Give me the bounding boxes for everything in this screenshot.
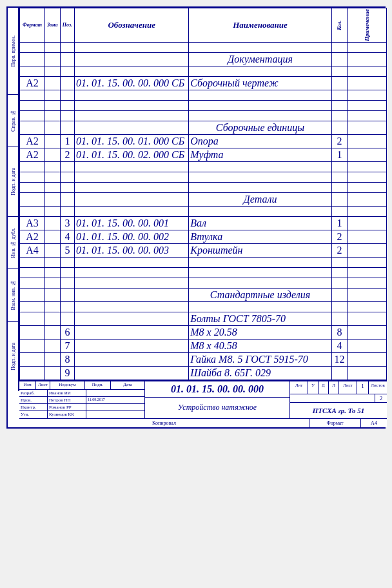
table-row [20, 301, 387, 312]
list-label: Лист [339, 381, 357, 394]
table-row-vtulka: А2 4 01. 01. 15. 00. 00. 002 Втулка 2 [20, 230, 387, 243]
list-num: 1 [357, 381, 369, 394]
listov-label: Листов [369, 381, 387, 394]
col-header-format: Формат [20, 8, 45, 43]
role-razrab: Разраб. Иванов ИИ [19, 390, 144, 397]
listov-num: 2 [375, 394, 387, 402]
table-row-mufta: А2 2 01. 01. 15. 00. 02. 000 СБ Муфта 1 [20, 148, 387, 161]
kopiroval-label: Копировал [19, 419, 309, 427]
role-prov: Пров. Петров ПП 11.09.2017 [19, 397, 144, 404]
col-header-pos: Поз. [60, 8, 74, 43]
format-label: Формат [309, 419, 361, 427]
table-row [20, 267, 387, 278]
role-date: 11.09.2017 [86, 397, 144, 403]
lit-row: Лит У Д Л Лист 1 Листов [290, 381, 387, 394]
role-nkontr: Нконтр. Романов РР [19, 404, 144, 411]
table-row-val: А3 3 01. 01. 15. 00. 00. 001 Вал 1 [20, 216, 387, 230]
role-label: Нконтр. [19, 404, 48, 411]
table-row [20, 100, 387, 110]
role-label: Разраб. [19, 390, 48, 396]
col-header-prim: Примечание [348, 8, 387, 43]
format-val: А4 [361, 419, 387, 427]
title-roles: Изм Лист Недокум Подп. Дата Разраб. Иван… [19, 381, 145, 418]
table-row [20, 42, 387, 52]
table-row-standartnye: Стандартные изделия [20, 288, 387, 301]
title-center: 01. 01. 15. 00. 00. 000 Устройство натяж… [145, 381, 290, 418]
table-row [20, 278, 387, 288]
role-utv: Утв. Кузнецов КК [19, 411, 144, 418]
label-inv-dubl: Инв. № дубл. [8, 217, 18, 269]
table-row [20, 182, 387, 192]
grib-label: ПТСХА гр. То 51 [290, 403, 387, 418]
drawing-sheet: Перв. примен. Справ. № Подп. и дата Инв.… [6, 6, 386, 429]
table-header: Формат Зона Поз. Обозначение Наименовани… [20, 8, 387, 43]
role-date [86, 411, 144, 418]
listov-num-spacer [290, 394, 375, 402]
podp-cell: Подп. [85, 381, 111, 389]
role-date [86, 390, 144, 396]
table-row-shaiba: 9 Шайба 8. 65Г. 029 [20, 366, 387, 380]
content-area: Формат Зона Поз. Обозначение Наименовани… [19, 8, 387, 427]
label-perv-primen: Перв. примен. [8, 8, 18, 95]
table-row-m8x20: 6 М8 х 20.58 8 [20, 325, 387, 339]
nedokum-cell: Недокум [50, 381, 85, 389]
lit-cell: Лит [290, 381, 308, 394]
table-row [20, 257, 387, 267]
title-right: Лит У Д Л Лист 1 Листов 2 ПТСХА гр. То [290, 381, 387, 418]
table-row [20, 66, 387, 76]
table-row-dokumentaciya: Документация [20, 52, 387, 66]
data-cell: Дата [111, 381, 144, 389]
col-header-naim: Наименование [189, 8, 331, 43]
lit-l: Л [329, 381, 339, 394]
spec-table: Формат Зона Поз. Обозначение Наименовани… [19, 8, 387, 380]
table-row [20, 172, 387, 182]
table-row-gaika: 8 Гайка М8. 5 ГОСТ 5915-70 12 [20, 352, 387, 366]
ism-cell: Изм [19, 381, 36, 389]
role-name: Петров ПП [48, 397, 86, 403]
role-label: Утв. [19, 411, 48, 418]
label-podp2: Подп. и дата [8, 322, 18, 391]
lit-u: У [308, 381, 318, 394]
label-vzam: Взам. инв. № [8, 269, 18, 321]
ustroistvo: Устройство натяжное [145, 398, 289, 418]
table-row-bolty: Болты ГОСТ 7805-70 [20, 312, 387, 325]
col-header-kol: Кол. [331, 8, 347, 43]
table-row-sborochnyi-chertezh: А2 01. 01. 15. 00. 00. 000 СБ Сборочный … [20, 76, 387, 90]
listov-num-row: 2 [290, 394, 387, 403]
table-row [20, 161, 387, 172]
table-row-opora: А2 1 01. 01. 15. 00. 01. 000 СБ Опора 2 [20, 134, 387, 148]
label-podp1: Подп. и дата [8, 147, 18, 217]
table-row [20, 110, 387, 121]
big-number: 01. 01. 15. 00. 00. 000 [145, 381, 289, 398]
table-row-kronshtein: А4 5 01. 01. 15. 00. 00. 003 Кронштейн 2 [20, 243, 387, 257]
role-name: Иванов ИИ [48, 390, 86, 396]
col-header-oboz: Обозначение [75, 8, 189, 43]
kopiroval-row: Копировал Формат А4 [19, 418, 387, 427]
left-sidebar: Перв. примен. Справ. № Подп. и дата Инв.… [8, 8, 19, 391]
role-date [86, 404, 144, 411]
table-row [20, 206, 387, 216]
title-block: Изм Лист Недокум Подп. Дата Разраб. Иван… [19, 380, 387, 418]
role-name: Романов РР [48, 404, 86, 411]
table-row-detali: Детали [20, 192, 387, 206]
main-container: Перв. примен. Справ. № Подп. и дата Инв.… [8, 8, 387, 427]
table-row-m8x40: 7 М8 х 40.58 4 [20, 339, 387, 352]
title-small-header: Изм Лист Недокум Подп. Дата [19, 381, 144, 390]
list-cell: Лист [36, 381, 50, 389]
label-sprav: Справ. № [8, 95, 18, 147]
role-label: Пров. [19, 397, 48, 403]
table-row [20, 90, 387, 100]
table-row-sbor-edinitsy: Сборочные единицы [20, 121, 387, 134]
role-name: Кузнецов КК [48, 411, 86, 418]
col-header-zone: Зона [44, 8, 60, 43]
lit-d: Д [318, 381, 329, 394]
